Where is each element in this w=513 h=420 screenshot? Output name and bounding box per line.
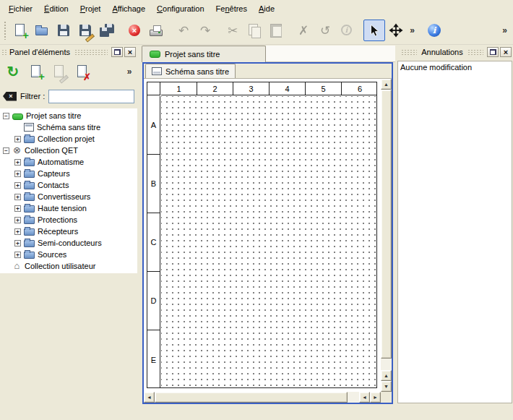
tree-item-collection-qet[interactable]: ⊗ Collection QET	[0, 145, 137, 156]
dock-grip[interactable]	[467, 49, 483, 55]
undo-panel-header[interactable]: Annulations ×	[399, 46, 512, 58]
undo-button[interactable]: ↶	[173, 20, 194, 41]
expand-icon[interactable]	[14, 182, 21, 189]
select-mode-button[interactable]	[363, 20, 385, 41]
expand-icon[interactable]	[14, 228, 21, 235]
horizontal-scrollbar[interactable]: ◄ ◄ ►	[144, 392, 381, 403]
elements-panel-title: Panel d'éléments	[7, 48, 72, 56]
tree-item-automatisme[interactable]: Automatisme	[0, 156, 137, 168]
vertical-scroll-thumb[interactable]	[381, 90, 392, 359]
panel-overflow-button[interactable]: »	[124, 64, 134, 80]
delete-button[interactable]: ✗	[293, 20, 314, 41]
float-icon	[490, 49, 496, 55]
collapse-icon[interactable]	[3, 147, 9, 154]
tree-item-haute-tension[interactable]: Haute tension	[0, 202, 137, 214]
expand-icon[interactable]	[14, 240, 21, 247]
expand-icon[interactable]	[14, 171, 21, 177]
reload-collections-button[interactable]: ↻	[3, 61, 23, 82]
undo-list-item[interactable]: Aucune modification	[398, 61, 512, 73]
cut-button[interactable]: ✂	[222, 20, 243, 41]
scroll-up-button[interactable]: ▲	[381, 79, 392, 90]
vertical-scrollbar[interactable]: ▲ ▲ ▼	[381, 79, 392, 392]
clear-filter-button[interactable]	[3, 92, 17, 101]
toolbar-overflow-button[interactable]: »	[407, 20, 418, 41]
menu-aide[interactable]: Aide	[253, 2, 280, 15]
delete-element-button[interactable]: ✗	[72, 61, 92, 82]
tab-bar-empty-area	[266, 46, 395, 62]
tree-item-sources[interactable]: Sources	[0, 249, 137, 260]
close-panel-button[interactable]: ×	[500, 47, 512, 57]
menu-edition[interactable]: Édition	[38, 2, 74, 15]
paste-button[interactable]	[265, 20, 287, 41]
new-document-icon: +	[12, 22, 28, 38]
expand-icon[interactable]	[14, 217, 21, 223]
tree-item-semi-conducteurs[interactable]: Semi-conducteurs	[0, 237, 137, 249]
column-header: 1	[161, 82, 197, 95]
project-tab-label: Projet sans titre	[165, 50, 220, 59]
toolbar-overflow-right-button[interactable]: »	[499, 20, 510, 41]
expand-icon[interactable]	[14, 205, 21, 212]
dock-grip[interactable]	[74, 49, 108, 55]
undo-panel-title: Annulations	[419, 48, 465, 56]
scroll-left-button[interactable]: ◄	[144, 392, 155, 403]
menu-fenetres[interactable]: Fenêtres	[210, 2, 253, 15]
save-as-button[interactable]	[74, 20, 96, 41]
scroll-up-button[interactable]: ▲	[381, 370, 392, 381]
open-folder-icon	[34, 22, 50, 38]
close-panel-button[interactable]: ×	[124, 47, 136, 57]
expand-icon[interactable]	[14, 159, 21, 166]
tab-projet-sans-titre[interactable]: Projet sans titre	[142, 46, 266, 62]
scroll-down-button[interactable]: ▼	[381, 381, 392, 392]
schema-diagram[interactable]: 1 2 3 4 5 6 A B C D E	[147, 82, 377, 388]
expand-icon[interactable]	[14, 136, 21, 142]
elements-panel-toolbar: ↻ + ✗ »	[0, 58, 137, 85]
menu-configuration[interactable]: Configuration	[151, 2, 210, 15]
dock-grip[interactable]	[1, 49, 7, 55]
toolbar-separator	[167, 20, 173, 41]
tree-item-capteurs[interactable]: Capteurs	[0, 168, 137, 179]
save-all-button[interactable]	[96, 20, 118, 41]
tree-item-contacts[interactable]: Contacts	[0, 179, 137, 191]
collapse-icon[interactable]	[3, 113, 9, 119]
open-document-button[interactable]	[31, 20, 53, 41]
close-document-button[interactable]: ×	[124, 20, 145, 41]
schema-icon	[152, 67, 162, 75]
tab-schema-sans-titre[interactable]: Schéma sans titre	[145, 64, 236, 78]
toolbar-grip[interactable]	[4, 21, 7, 40]
diagram-grid-canvas[interactable]	[161, 96, 376, 387]
elements-panel-header[interactable]: Panel d'éléments ×	[1, 46, 136, 58]
new-document-button[interactable]: +	[9, 20, 31, 41]
scroll-left-button[interactable]: ◄	[359, 392, 370, 403]
row-header: D	[147, 272, 160, 330]
row-header: B	[147, 155, 160, 213]
filter-input[interactable]	[48, 90, 134, 103]
menu-fichier[interactable]: Fichier	[3, 2, 38, 15]
tree-item-label: Récepteurs	[38, 227, 78, 236]
rotate-button[interactable]: ↺	[314, 20, 336, 41]
float-panel-button[interactable]	[487, 47, 499, 57]
float-panel-button[interactable]	[111, 47, 123, 57]
print-button[interactable]	[145, 20, 167, 41]
edit-element-button[interactable]	[49, 61, 69, 82]
tree-item-recepteurs[interactable]: Récepteurs	[0, 226, 137, 237]
element-info-button[interactable]	[336, 20, 358, 41]
horizontal-scroll-thumb[interactable]	[155, 392, 348, 403]
tree-item-schema-sans-titre[interactable]: Schéma sans titre	[0, 121, 137, 133]
tree-item-protections[interactable]: Protections	[0, 214, 137, 226]
expand-icon[interactable]	[14, 252, 21, 258]
tree-item-projet-sans-titre[interactable]: Projet sans titre	[0, 110, 137, 121]
new-element-button[interactable]: +	[26, 61, 46, 82]
copy-button[interactable]	[243, 20, 265, 41]
expand-icon[interactable]	[14, 194, 21, 200]
about-qet-button[interactable]	[423, 20, 445, 41]
pan-mode-button[interactable]	[385, 20, 407, 41]
tree-item-collection-utilisateur[interactable]: ⌂ Collection utilisateur	[0, 260, 137, 272]
tree-item-convertisseurs[interactable]: Convertisseurs	[0, 191, 137, 202]
menu-affichage[interactable]: Affichage	[106, 2, 151, 15]
tree-item-collection-projet[interactable]: Collection projet	[0, 133, 137, 145]
menu-projet[interactable]: Projet	[74, 2, 107, 15]
redo-button[interactable]: ↷	[194, 20, 216, 41]
scroll-right-button[interactable]: ►	[370, 392, 381, 403]
save-button[interactable]	[53, 20, 74, 41]
dock-grip[interactable]	[401, 49, 417, 55]
